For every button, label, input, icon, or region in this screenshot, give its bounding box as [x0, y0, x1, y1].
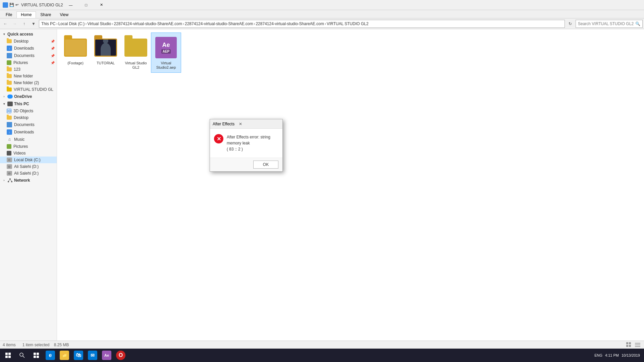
dialog-overlay: After Effects ✕ ✕ After Effects error: s…	[0, 0, 644, 362]
dialog-body: ✕ After Effects error: string memory lea…	[210, 129, 282, 158]
dialog-title: After Effects	[213, 122, 234, 126]
error-message: After Effects error: string memory leak	[227, 134, 278, 146]
dialog-ok-button[interactable]: OK	[253, 161, 278, 169]
dialog-close-button[interactable]: ✕	[237, 121, 244, 127]
dialog-footer: OK	[210, 158, 282, 171]
error-code: ( 83 :: 2 )	[227, 146, 278, 152]
error-icon: ✕	[214, 134, 223, 143]
dialog-message-container: After Effects error: string memory leak …	[227, 134, 278, 152]
dialog-title-bar: After Effects ✕	[210, 119, 282, 129]
after-effects-dialog: After Effects ✕ ✕ After Effects error: s…	[210, 119, 283, 172]
